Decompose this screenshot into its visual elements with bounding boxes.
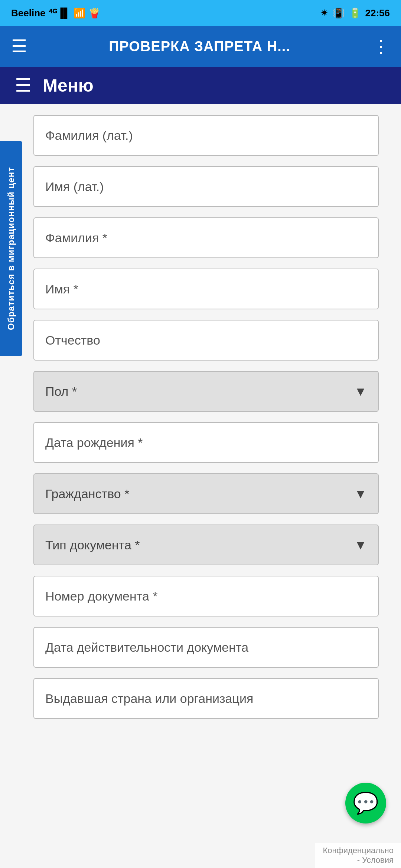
- input-last-name-lat[interactable]: [45, 128, 367, 143]
- battery-icon: 🔋: [349, 7, 361, 19]
- input-last-name[interactable]: [45, 231, 367, 245]
- mcdonalds-icon: 🍟: [88, 7, 100, 19]
- app-bar: ☰ ПРОВЕРКА ЗАПРЕТА Н... ⋮: [0, 26, 401, 67]
- disclaimer: Конфиденциально - Условия: [315, 843, 401, 868]
- input-doc-validity[interactable]: [45, 640, 367, 655]
- input-first-name[interactable]: [45, 282, 367, 296]
- chevron-down-icon-citizenship: ▼: [354, 487, 367, 501]
- status-left: Beeline ⁴ᴳ▐▌ 📶 🍟: [11, 7, 100, 19]
- form-field-first-name-lat: [33, 166, 379, 207]
- chevron-down-icon-doc-type: ▼: [354, 538, 367, 552]
- menu-hamburger-icon[interactable]: ☰: [11, 37, 27, 55]
- form-select-doc-type[interactable]: Тип документа *▼: [33, 525, 379, 565]
- time-display: 22:56: [365, 7, 390, 19]
- menu-bar-title: Меню: [43, 75, 94, 96]
- input-issuing-country[interactable]: [45, 691, 367, 706]
- form-select-gender[interactable]: Пол *▼: [33, 371, 379, 412]
- menu-bar: ☰ Меню: [0, 67, 401, 104]
- input-first-name-lat[interactable]: [45, 180, 367, 194]
- vibrate-icon: 📳: [333, 7, 345, 19]
- side-banner[interactable]: Обратиться в миграционный цент: [0, 141, 22, 356]
- select-label-gender: Пол *: [45, 384, 77, 399]
- form-container: Пол *▼Гражданство *▼Тип документа *▼: [0, 104, 401, 730]
- form-field-first-name: [33, 269, 379, 309]
- input-patronymic[interactable]: [45, 333, 367, 348]
- select-label-doc-type: Тип документа *: [45, 538, 140, 552]
- bluetooth-icon: ✴: [320, 7, 328, 19]
- form-field-birth-date: [33, 422, 379, 463]
- select-label-citizenship: Гражданство *: [45, 487, 129, 501]
- form-field-doc-number: [33, 576, 379, 617]
- disclaimer-line2: - Условия: [323, 855, 394, 865]
- input-birth-date[interactable]: [45, 435, 367, 450]
- form-field-last-name-lat: [33, 115, 379, 156]
- form-select-citizenship[interactable]: Гражданство *▼: [33, 473, 379, 514]
- chevron-down-icon-gender: ▼: [354, 384, 367, 399]
- side-banner-text: Обратиться в миграционный цент: [6, 167, 16, 330]
- status-right: ✴ 📳 🔋 22:56: [320, 7, 390, 19]
- signal-indicator: ⁴ᴳ▐▌: [49, 7, 71, 19]
- more-options-icon[interactable]: ⋮: [372, 36, 390, 57]
- app-bar-title: ПРОВЕРКА ЗАПРЕТА Н...: [109, 39, 290, 55]
- carrier-text: Beeline: [11, 7, 46, 19]
- disclaimer-line1: Конфиденциально: [323, 846, 394, 855]
- chat-icon: 💬: [353, 791, 379, 815]
- chat-fab-button[interactable]: 💬: [345, 783, 386, 823]
- menu-bar-hamburger-icon[interactable]: ☰: [15, 75, 32, 96]
- status-bar: Beeline ⁴ᴳ▐▌ 📶 🍟 ✴ 📳 🔋 22:56: [0, 0, 401, 26]
- form-field-issuing-country: [33, 678, 379, 719]
- form-field-patronymic: [33, 320, 379, 361]
- input-doc-number[interactable]: [45, 589, 367, 604]
- form-field-last-name: [33, 217, 379, 258]
- wifi-icon: 📶: [74, 7, 85, 19]
- form-field-doc-validity: [33, 627, 379, 668]
